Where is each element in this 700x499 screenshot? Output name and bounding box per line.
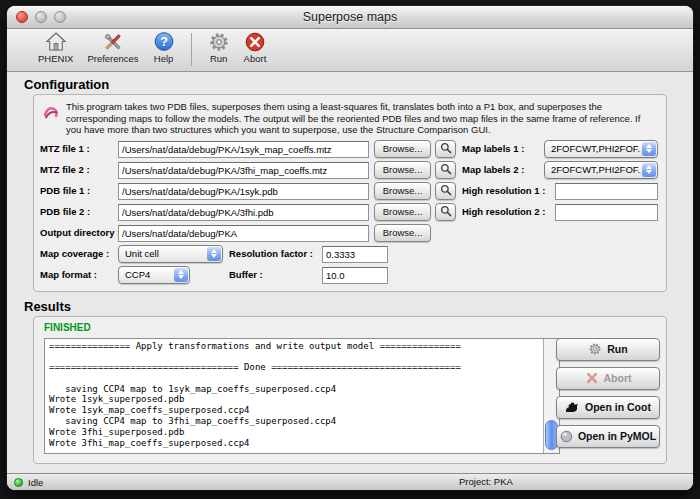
tools-icon [102, 31, 124, 53]
gear-icon [208, 31, 230, 53]
preferences-label: Preferences [87, 53, 138, 64]
mtz-file-2-inspect-button[interactable] [435, 161, 456, 179]
resolution-factor-input[interactable] [322, 246, 388, 263]
home-icon [45, 31, 67, 53]
buffer-label: Buffer : [229, 269, 263, 280]
output-directory-input[interactable] [118, 225, 369, 242]
mtz-file-2-input[interactable] [118, 162, 369, 179]
pdb-file-2-row: PDB file 2 : Browse... High resolution 2… [34, 202, 666, 223]
high-resolution-2-label: High resolution 2 : [462, 206, 545, 217]
map-coverage-value: Unit cell [119, 248, 206, 259]
project-label: Project: PKA [459, 476, 513, 487]
pymol-button-label: Open in PyMOL [578, 430, 656, 442]
program-description: This program takes two PDB files, superp… [66, 101, 652, 136]
output-directory-browse-button[interactable]: Browse... [374, 224, 431, 242]
map-labels-1-label: Map labels 1 : [462, 143, 524, 154]
run-button-label: Run [607, 343, 627, 355]
description-row: This program takes two PDB files, superp… [42, 101, 658, 136]
resolution-factor-label: Resolution factor : [229, 248, 313, 259]
high-resolution-1-input[interactable] [555, 183, 658, 200]
output-directory-row: Output directory : Browse... [34, 223, 666, 244]
mtz-file-2-browse-button[interactable]: Browse... [374, 161, 431, 179]
minimize-button[interactable] [35, 11, 47, 23]
mtz-file-1-inspect-button[interactable] [435, 140, 456, 158]
pdb-file-1-row: PDB file 1 : Browse... High resolution 1… [34, 181, 666, 202]
pymol-icon [560, 430, 573, 443]
close-button[interactable] [16, 11, 28, 23]
dropdown-arrows-icon [642, 163, 656, 177]
status-finished: FINISHED [44, 322, 91, 333]
output-directory-label: Output directory : [40, 227, 120, 238]
phenix-label: PHENIX [38, 53, 73, 64]
toolbar-separator [191, 33, 192, 66]
idle-indicator-icon [14, 478, 23, 487]
high-resolution-2-input[interactable] [555, 204, 658, 221]
map-coverage-label: Map coverage : [40, 248, 109, 259]
results-heading: Results [24, 299, 693, 314]
phenix-button[interactable]: PHENIX [31, 31, 80, 64]
superpose-program-icon [42, 101, 62, 136]
configuration-heading: Configuration [24, 77, 693, 92]
help-icon: ? [153, 31, 175, 53]
pdb-file-1-inspect-button[interactable] [435, 182, 456, 200]
run-button[interactable]: Run [556, 338, 660, 361]
pdb-file-2-inspect-button[interactable] [435, 203, 456, 221]
console-text: =============== Apply transformations an… [45, 339, 547, 451]
results-panel: FINISHED =============== Apply transform… [33, 316, 667, 464]
mtz-file-2-row: MTZ file 2 : Browse... Map labels 2 : 2F… [34, 160, 666, 181]
map-format-select[interactable]: CCP4 [118, 266, 190, 284]
magnifier-icon [440, 184, 452, 198]
action-buttons: Run Abort Open in Coot Open in PyMOL [556, 338, 660, 454]
mtz-file-1-label: MTZ file 1 : [40, 143, 90, 154]
dropdown-arrows-icon [174, 268, 188, 282]
magnifier-icon [440, 142, 452, 156]
map-labels-2-select[interactable]: 2FOFCWT,PHI2FOF... [544, 161, 658, 179]
abort-button-toolbar[interactable]: Abort [237, 31, 274, 64]
mtz-file-1-browse-button[interactable]: Browse... [374, 140, 431, 158]
window-controls [16, 11, 66, 23]
buffer-input[interactable] [322, 267, 388, 284]
status-state: Idle [28, 477, 43, 488]
magnifier-icon [440, 205, 452, 219]
mtz-file-2-label: MTZ file 2 : [40, 164, 90, 175]
pdb-file-2-input[interactable] [118, 204, 369, 221]
titlebar[interactable]: Superpose maps [7, 6, 693, 29]
abort-button-label: Abort [604, 372, 632, 384]
abort-icon [244, 31, 266, 53]
run-label: Run [210, 53, 227, 64]
dropdown-arrows-icon [207, 247, 221, 261]
coot-bird-icon [565, 401, 580, 413]
map-format-row: Map format : CCP4 Buffer : [34, 265, 666, 286]
preferences-button[interactable]: Preferences [80, 31, 145, 64]
open-in-pymol-button[interactable]: Open in PyMOL [556, 425, 660, 448]
run-button-toolbar[interactable]: Run [201, 31, 237, 64]
app-window: Superpose maps PHENIX Preferences ? Help [7, 6, 693, 490]
map-format-label: Map format : [40, 269, 97, 280]
abort-x-icon [585, 371, 599, 385]
high-resolution-1-label: High resolution 1 : [462, 185, 545, 196]
map-format-value: CCP4 [119, 269, 173, 280]
open-in-coot-button[interactable]: Open in Coot [556, 396, 660, 419]
pdb-file-1-label: PDB file 1 : [40, 185, 90, 196]
abort-button[interactable]: Abort [556, 367, 660, 390]
map-labels-2-value: 2FOFCWT,PHI2FOF... [545, 164, 641, 175]
map-coverage-row: Map coverage : Unit cell Resolution fact… [34, 244, 666, 265]
zoom-button[interactable] [54, 11, 66, 23]
toolbar: PHENIX Preferences ? Help Run Abort [7, 29, 693, 72]
mtz-file-1-row: MTZ file 1 : Browse... Map labels 1 : 2F… [34, 139, 666, 160]
coot-button-label: Open in Coot [585, 401, 651, 413]
map-coverage-select[interactable]: Unit cell [118, 245, 223, 263]
window-title: Superpose maps [303, 10, 398, 24]
pdb-file-1-browse-button[interactable]: Browse... [374, 182, 431, 200]
map-labels-1-select[interactable]: 2FOFCWT,PHI2FOF... [544, 140, 658, 158]
map-labels-2-label: Map labels 2 : [462, 164, 524, 175]
console-output[interactable]: =============== Apply transformations an… [44, 338, 560, 454]
pdb-file-2-browse-button[interactable]: Browse... [374, 203, 431, 221]
mtz-file-1-input[interactable] [118, 141, 369, 158]
pdb-file-1-input[interactable] [118, 183, 369, 200]
magnifier-icon [440, 163, 452, 177]
help-button[interactable]: ? Help [146, 31, 182, 64]
status-bar: Idle Project: PKA [7, 473, 693, 490]
help-label: Help [154, 53, 174, 64]
dropdown-arrows-icon [642, 142, 656, 156]
